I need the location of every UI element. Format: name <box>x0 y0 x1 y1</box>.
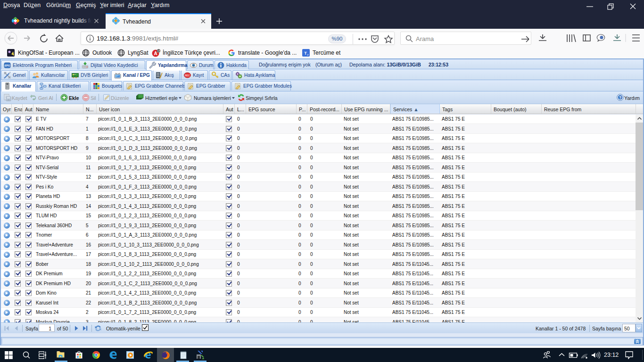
svg-text:EPG: EPG <box>5 64 10 67</box>
svg-text:15: 15 <box>157 49 161 53</box>
svg-text:REC: REC <box>185 74 190 76</box>
svg-text:z: z <box>307 53 309 56</box>
svg-text:T: T <box>304 51 307 56</box>
svg-text:?: ? <box>619 95 621 100</box>
